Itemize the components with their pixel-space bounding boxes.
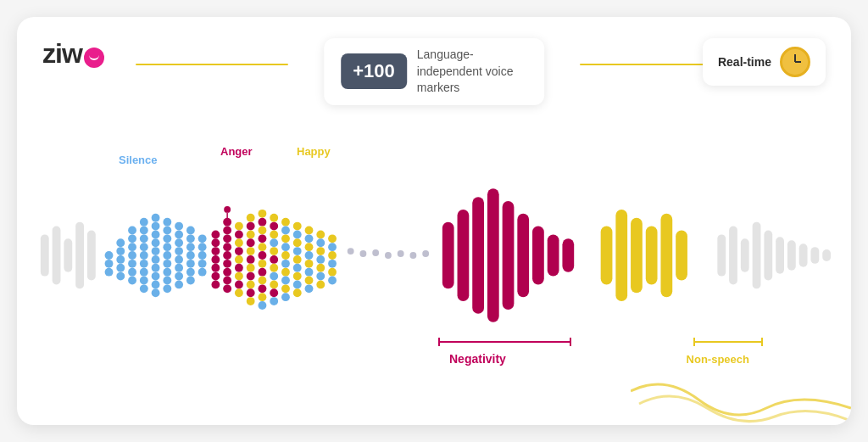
svg-point-155 [305, 251, 314, 260]
svg-point-58 [175, 255, 183, 264]
svg-point-38 [152, 238, 160, 247]
svg-point-125 [270, 238, 278, 247]
svg-point-41 [152, 263, 160, 271]
svg-point-78 [211, 263, 220, 271]
svg-point-77 [211, 255, 220, 264]
svg-point-157 [305, 267, 314, 276]
mixed-dots [211, 209, 429, 309]
gray-bars-right [717, 221, 831, 288]
label-happy: Happy [297, 145, 331, 158]
label-silence: Silence [119, 154, 158, 166]
svg-point-93 [235, 247, 243, 255]
svg-point-62 [186, 226, 195, 234]
svg-point-39 [152, 247, 160, 255]
svg-point-131 [270, 288, 278, 297]
svg-point-141 [281, 284, 290, 293]
svg-point-88 [223, 276, 231, 284]
svg-point-118 [259, 276, 267, 284]
svg-point-128 [270, 263, 278, 271]
svg-point-55 [175, 230, 183, 238]
svg-point-69 [198, 234, 207, 243]
svg-point-11 [105, 251, 114, 260]
svg-point-75 [211, 238, 220, 247]
gray-bars-left [41, 221, 96, 288]
svg-point-205 [224, 205, 231, 212]
svg-point-123 [270, 221, 278, 230]
svg-point-82 [223, 226, 231, 234]
svg-point-24 [128, 267, 136, 276]
svg-point-146 [293, 247, 302, 255]
svg-point-26 [140, 217, 148, 226]
svg-point-126 [270, 247, 278, 255]
svg-point-96 [235, 271, 243, 280]
svg-point-130 [270, 280, 278, 288]
svg-point-147 [293, 255, 302, 264]
svg-rect-194 [676, 230, 687, 280]
svg-point-153 [305, 234, 314, 243]
svg-point-172 [328, 276, 337, 284]
svg-point-177 [398, 250, 404, 257]
svg-point-108 [247, 288, 255, 297]
waveform-container: Silence Anger Happy Negativity Non-speec… [34, 137, 834, 374]
svg-point-22 [128, 251, 136, 260]
svg-rect-9 [75, 221, 84, 288]
svg-point-174 [359, 250, 366, 257]
svg-point-13 [105, 267, 114, 276]
svg-point-124 [270, 230, 278, 238]
svg-point-94 [235, 255, 243, 264]
connector-left [136, 64, 288, 65]
svg-point-117 [259, 267, 267, 276]
svg-point-122 [270, 213, 278, 221]
svg-point-47 [163, 234, 171, 243]
svg-point-43 [152, 280, 160, 288]
svg-point-142 [281, 293, 290, 301]
svg-point-109 [247, 297, 255, 305]
svg-point-31 [140, 259, 148, 267]
svg-point-99 [247, 213, 255, 221]
svg-rect-7 [53, 226, 61, 284]
svg-rect-186 [532, 226, 544, 284]
svg-point-164 [316, 263, 325, 271]
svg-rect-10 [87, 230, 96, 280]
waveform-area: Silence Anger Happy Negativity Non-speec… [34, 110, 834, 400]
svg-point-163 [316, 255, 325, 264]
svg-point-106 [247, 271, 255, 280]
svg-point-61 [175, 280, 183, 288]
svg-point-101 [247, 230, 255, 238]
svg-point-111 [259, 217, 267, 226]
svg-point-92 [235, 238, 243, 247]
svg-point-46 [163, 226, 171, 234]
svg-rect-180 [442, 221, 454, 288]
svg-point-29 [140, 243, 148, 251]
maroon-bars [442, 188, 574, 322]
svg-point-170 [328, 259, 337, 267]
svg-point-176 [385, 252, 392, 259]
svg-point-15 [116, 247, 125, 255]
svg-rect-188 [562, 238, 574, 271]
svg-point-16 [116, 255, 125, 264]
svg-point-103 [247, 247, 255, 255]
label-nonspeech: Non-speech [687, 353, 749, 366]
svg-point-74 [211, 230, 220, 238]
label-negativity: Negativity [449, 352, 506, 366]
svg-rect-189 [601, 226, 613, 284]
svg-point-148 [293, 263, 302, 271]
svg-point-114 [259, 243, 267, 251]
svg-rect-190 [615, 209, 627, 300]
svg-point-135 [281, 234, 290, 243]
yellow-bars [601, 209, 687, 300]
svg-point-116 [259, 259, 267, 267]
svg-point-121 [259, 301, 267, 310]
svg-point-102 [247, 238, 255, 247]
svg-point-54 [175, 221, 183, 230]
svg-point-28 [140, 234, 148, 243]
svg-rect-192 [646, 226, 658, 284]
svg-rect-196 [729, 226, 737, 284]
svg-point-57 [175, 247, 183, 255]
svg-point-161 [316, 238, 325, 247]
svg-rect-6 [41, 234, 49, 276]
svg-point-144 [293, 230, 302, 238]
svg-point-179 [422, 250, 429, 257]
svg-point-84 [223, 243, 231, 251]
svg-point-166 [316, 280, 325, 288]
